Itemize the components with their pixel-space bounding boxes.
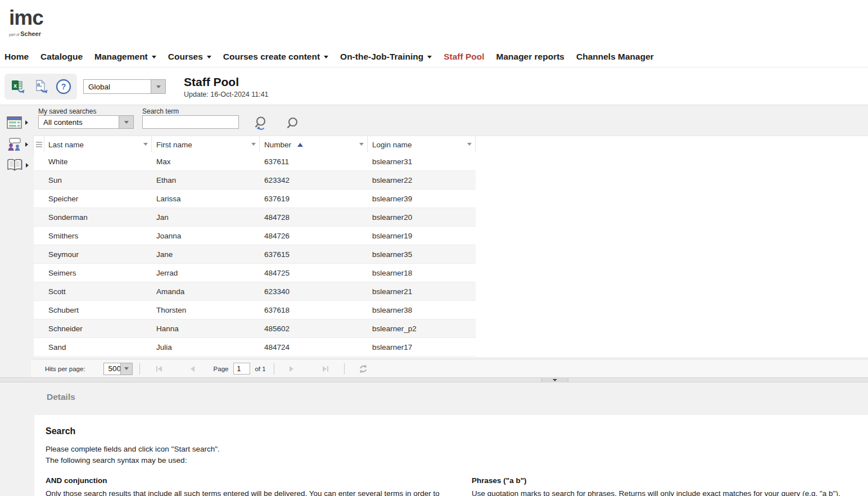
scope-select-arrow[interactable] (151, 80, 165, 93)
brand-logo: imc part of Scheer (9, 7, 43, 38)
cell-number: 484725 (260, 264, 368, 282)
saved-searches-arrow[interactable] (119, 116, 133, 128)
cell-number: 485602 (260, 319, 368, 337)
filter-icon[interactable] (359, 143, 364, 146)
nav-item-channels-manager[interactable]: Channels Manager (576, 52, 654, 62)
svg-text:x: x (13, 82, 17, 89)
nav-item-management[interactable]: Management (94, 52, 156, 62)
sidebar-item-form-panel[interactable] (7, 116, 28, 129)
cell-login-name: bslearner38 (368, 301, 476, 319)
table-row[interactable]: SandJulia484724bslearner17 (34, 338, 476, 357)
saved-searches-select[interactable]: All contents (38, 115, 134, 129)
cell-first-name: Larissa (152, 190, 260, 208)
panel-splitter[interactable] (0, 377, 868, 382)
previous-page-button[interactable] (188, 364, 198, 374)
cell-number: 623340 (260, 282, 368, 300)
reset-search-button[interactable] (253, 115, 270, 132)
filter-icon[interactable] (251, 143, 256, 146)
table-row[interactable]: SpeicherLarissa637619bslearner39 (34, 190, 476, 208)
refresh-button[interactable] (358, 364, 368, 374)
nav-item-courses-create-content[interactable]: Courses create content (223, 52, 328, 62)
table-row[interactable]: SunEthan623342bslearner22 (34, 171, 476, 190)
search-help-intro: Please complete fields and click icon "S… (46, 444, 857, 466)
nav-item-home[interactable]: Home (4, 52, 29, 62)
table-row[interactable]: SondermanJan484728bslearner20 (34, 208, 476, 227)
page-label: Page (214, 366, 229, 372)
caret-down-icon (152, 56, 156, 58)
scope-select-value: Global (84, 80, 151, 93)
search-help-title: Search (46, 426, 857, 436)
scope-select[interactable]: Global (83, 79, 166, 94)
update-timestamp: Update: 16-Oct-2024 11:41 (184, 91, 269, 98)
chevron-right-icon (26, 163, 29, 168)
cell-first-name: Hanna (152, 319, 260, 337)
page-input[interactable] (233, 363, 250, 375)
brand-logo-text: imc (9, 7, 43, 28)
splitter-collapse-handle[interactable] (541, 378, 568, 382)
help-button[interactable]: ? (55, 78, 73, 96)
column-header-login-name[interactable]: Login name (368, 136, 476, 153)
next-page-icon (290, 366, 293, 372)
cell-last-name: Seymour (44, 245, 152, 263)
nav-item-manager-reports[interactable]: Manager reports (496, 52, 564, 62)
nav-item-staff-pool[interactable]: Staff Pool (444, 52, 484, 62)
saved-searches-value: All contents (39, 116, 119, 128)
search-help-intro-line1: Please complete fields and click icon "S… (46, 444, 857, 455)
export-text-icon: a, (33, 79, 49, 94)
sidebar-item-people-chat[interactable] (7, 137, 28, 152)
cell-last-name: Sand (44, 338, 152, 356)
pager-separator (139, 363, 140, 375)
nav-item-label: Courses (168, 52, 203, 62)
cell-last-name: White (44, 152, 152, 170)
column-header-first-name[interactable]: First name (152, 136, 260, 153)
first-page-button[interactable] (154, 364, 164, 374)
last-page-icon (323, 366, 327, 372)
filter-icon[interactable] (143, 143, 148, 146)
help-icon: ? (55, 78, 72, 95)
hits-per-page-select[interactable]: 500 (103, 363, 133, 375)
table-row[interactable]: SchubertThorsten637618bslearner38 (34, 301, 476, 319)
caret-down-icon (427, 56, 432, 58)
table-row[interactable]: ScottAmanda623340bslearner21 (34, 282, 476, 301)
hits-per-page-value: 500 (104, 363, 120, 375)
filter-icon[interactable] (467, 143, 472, 146)
cell-first-name: Max (152, 152, 260, 170)
cell-first-name: Jan (152, 208, 260, 226)
cell-number: 623342 (260, 171, 368, 189)
export-text-button[interactable]: a, (32, 78, 50, 96)
cell-login-name: bslearner31 (368, 152, 476, 170)
cell-last-name: Sonderman (44, 208, 152, 226)
cell-login-name: bslearner_p2 (368, 319, 476, 337)
page-title: Staff Pool (184, 75, 269, 89)
table-row[interactable]: SeimersJerrad484725bslearner18 (34, 264, 476, 282)
cell-login-name: bslearner19 (368, 227, 476, 245)
table-row[interactable]: WhiteMax637611bslearner31 (34, 152, 476, 171)
nav-item-label: Staff Pool (444, 52, 484, 62)
pager-separator (344, 363, 345, 375)
cell-last-name: Smithers (44, 227, 152, 245)
nav-item-catalogue[interactable]: Catalogue (40, 52, 83, 62)
export-excel-button[interactable]: x (9, 78, 27, 96)
column-header-number[interactable]: Number (260, 136, 368, 153)
form-panel-icon (7, 116, 22, 129)
nav-item-label: On-the-Job-Training (340, 52, 423, 62)
table-row[interactable]: SchneiderHanna485602bslearner_p2 (34, 319, 476, 338)
hits-per-page-arrow[interactable] (120, 363, 132, 375)
chevron-right-icon (25, 142, 28, 147)
last-page-button[interactable] (320, 364, 331, 374)
search-syntax-body: Only those search results that include a… (46, 488, 472, 496)
export-icon-group: x a, ? (4, 74, 77, 100)
start-search-button[interactable] (286, 116, 300, 131)
sidebar-item-open-book[interactable] (7, 159, 29, 172)
table-row[interactable]: SmithersJoanna484726bslearner19 (34, 227, 476, 245)
column-drag-handle-icon[interactable] (34, 136, 44, 153)
nav-item-courses[interactable]: Courses (168, 52, 211, 62)
search-term-input[interactable] (142, 115, 239, 129)
brand-logo-subtext: part of Scheer (9, 29, 43, 38)
cell-last-name: Schneider (44, 319, 152, 337)
page-title-block: Staff Pool Update: 16-Oct-2024 11:41 (184, 75, 269, 98)
column-header-last-name[interactable]: Last name (44, 136, 152, 153)
table-row[interactable]: SeymourJane637615bslearner35 (34, 245, 476, 264)
next-page-button[interactable] (287, 364, 297, 374)
nav-item-on-the-job-training[interactable]: On-the-Job-Training (340, 52, 432, 62)
